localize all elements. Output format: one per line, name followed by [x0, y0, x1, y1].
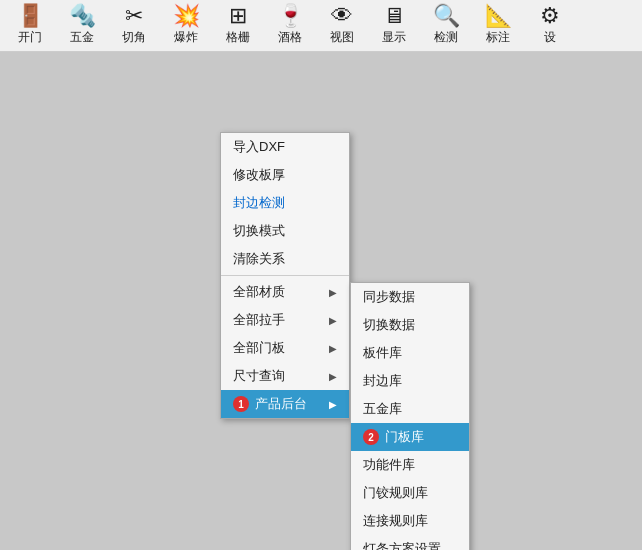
toolbar: 🚪 开门 🔩 五金 ✂ 切角 💥 爆炸 ⊞ 格栅 🍷 酒格 👁 视图 🖥 显示 …: [0, 0, 642, 52]
menu-label-all-panels: 全部门板: [233, 339, 285, 357]
submenu-item-functional-parts[interactable]: 功能件库: [351, 451, 469, 479]
toolbar-item-open-door[interactable]: 🚪 开门: [4, 1, 56, 51]
submenu-item-light-settings[interactable]: 灯条方案设置: [351, 535, 469, 550]
display-icon: 🖥: [383, 5, 405, 27]
menu-separator-1: [221, 275, 349, 276]
submenu-label-edge-lib: 封边库: [363, 372, 402, 390]
submenu-label-connection-rules: 连接规则库: [363, 512, 428, 530]
detect-icon: 🔍: [433, 5, 460, 27]
toolbar-label-view: 视图: [330, 29, 354, 46]
canvas-area: 导入DXF 修改板厚 封边检测 切换模式 清除关系 全部材质 ▶ 全部拉手 ▶ …: [0, 52, 642, 550]
menu-label-all-material: 全部材质: [233, 283, 285, 301]
grid-icon: ⊞: [229, 5, 247, 27]
submenu-label-switch-data: 切换数据: [363, 316, 415, 334]
submenu-item-door-panel-lib[interactable]: 2 门板库: [351, 423, 469, 451]
submenu-item-hinge-rules[interactable]: 门铰规则库: [351, 479, 469, 507]
submenu-arrow-dimension-query: ▶: [329, 371, 337, 382]
menu-item-switch-mode[interactable]: 切换模式: [221, 217, 349, 245]
menu-label-clear-relation: 清除关系: [233, 250, 285, 268]
submenu-item-hardware-lib[interactable]: 五金库: [351, 395, 469, 423]
annotate-icon: 📐: [485, 5, 512, 27]
toolbar-item-detect[interactable]: 🔍 检测: [420, 1, 472, 51]
cut-corner-icon: ✂: [125, 5, 143, 27]
toolbar-label-grid: 格栅: [226, 29, 250, 46]
settings-icon: ⚙: [540, 5, 560, 27]
submenu-label-hardware-lib: 五金库: [363, 400, 402, 418]
toolbar-label-hardware: 五金: [70, 29, 94, 46]
menu-item-all-panels[interactable]: 全部门板 ▶: [221, 334, 349, 362]
submenu-arrow-all-material: ▶: [329, 287, 337, 298]
submenu-arrow-all-handles: ▶: [329, 315, 337, 326]
open-door-icon: 🚪: [17, 5, 44, 27]
menu-label-modify-thickness: 修改板厚: [233, 166, 285, 184]
toolbar-label-annotate: 标注: [486, 29, 510, 46]
menu-item-all-material[interactable]: 全部材质 ▶: [221, 278, 349, 306]
view-icon: 👁: [331, 5, 353, 27]
toolbar-item-view[interactable]: 👁 视图: [316, 1, 368, 51]
submenu-item-edge-lib[interactable]: 封边库: [351, 367, 469, 395]
menu-item-modify-thickness[interactable]: 修改板厚: [221, 161, 349, 189]
submenu-item-panel-lib[interactable]: 板件库: [351, 339, 469, 367]
submenu-item-switch-data[interactable]: 切换数据: [351, 311, 469, 339]
menu-item-clear-relation[interactable]: 清除关系: [221, 245, 349, 273]
toolbar-item-grid[interactable]: ⊞ 格栅: [212, 1, 264, 51]
submenu-product-backend: 同步数据 切换数据 板件库 封边库 五金库 2 门板库 功能件库 门铰规则库 连…: [350, 282, 470, 550]
hardware-icon: 🔩: [69, 5, 96, 27]
submenu-arrow-all-panels: ▶: [329, 343, 337, 354]
menu-item-edge-detect[interactable]: 封边检测: [221, 189, 349, 217]
toolbar-label-display: 显示: [382, 29, 406, 46]
submenu-item-sync-data[interactable]: 同步数据: [351, 283, 469, 311]
toolbar-label-settings: 设: [544, 29, 556, 46]
toolbar-label-cut-corner: 切角: [122, 29, 146, 46]
menu-label-switch-mode: 切换模式: [233, 222, 285, 240]
menu-item-product-backend[interactable]: 1 产品后台 ▶: [221, 390, 349, 418]
menu-item-import-dxf[interactable]: 导入DXF: [221, 133, 349, 161]
toolbar-label-open-door: 开门: [18, 29, 42, 46]
toolbar-label-explode: 爆炸: [174, 29, 198, 46]
submenu-door-panel-content: 2 门板库: [363, 428, 424, 446]
context-menu: 导入DXF 修改板厚 封边检测 切换模式 清除关系 全部材质 ▶ 全部拉手 ▶ …: [220, 132, 350, 419]
menu-item-product-backend-content: 1 产品后台: [233, 395, 307, 413]
submenu-label-panel-lib: 板件库: [363, 344, 402, 362]
badge-product-backend: 1: [233, 396, 249, 412]
menu-label-import-dxf: 导入DXF: [233, 138, 285, 156]
menu-label-product-backend: 产品后台: [255, 395, 307, 413]
menu-item-all-handles[interactable]: 全部拉手 ▶: [221, 306, 349, 334]
submenu-label-light-settings: 灯条方案设置: [363, 540, 441, 550]
submenu-label-hinge-rules: 门铰规则库: [363, 484, 428, 502]
menu-item-dimension-query[interactable]: 尺寸查询 ▶: [221, 362, 349, 390]
menu-label-all-handles: 全部拉手: [233, 311, 285, 329]
explode-icon: 💥: [173, 5, 200, 27]
toolbar-item-settings[interactable]: ⚙ 设: [524, 1, 576, 51]
menu-label-edge-detect: 封边检测: [233, 194, 285, 212]
toolbar-item-wine-rack[interactable]: 🍷 酒格: [264, 1, 316, 51]
toolbar-item-cut-corner[interactable]: ✂ 切角: [108, 1, 160, 51]
submenu-label-functional-parts: 功能件库: [363, 456, 415, 474]
submenu-arrow-product-backend: ▶: [329, 399, 337, 410]
submenu-label-door-panel-lib: 门板库: [385, 428, 424, 446]
toolbar-item-hardware[interactable]: 🔩 五金: [56, 1, 108, 51]
toolbar-label-wine-rack: 酒格: [278, 29, 302, 46]
submenu-item-connection-rules[interactable]: 连接规则库: [351, 507, 469, 535]
menu-label-dimension-query: 尺寸查询: [233, 367, 285, 385]
wine-rack-icon: 🍷: [277, 5, 304, 27]
toolbar-item-annotate[interactable]: 📐 标注: [472, 1, 524, 51]
toolbar-item-explode[interactable]: 💥 爆炸: [160, 1, 212, 51]
toolbar-item-display[interactable]: 🖥 显示: [368, 1, 420, 51]
badge-door-panel-lib: 2: [363, 429, 379, 445]
submenu-label-sync-data: 同步数据: [363, 288, 415, 306]
toolbar-label-detect: 检测: [434, 29, 458, 46]
